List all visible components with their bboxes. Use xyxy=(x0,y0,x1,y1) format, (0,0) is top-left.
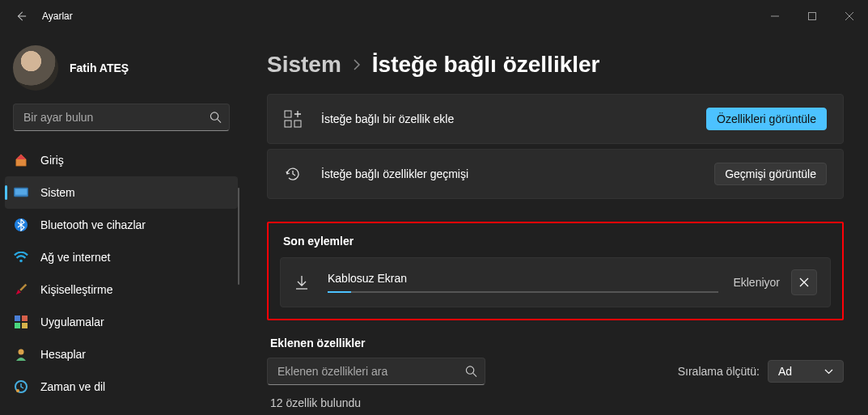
download-icon xyxy=(294,274,311,290)
features-found-label: 12 özellik bulundu xyxy=(267,396,844,409)
progress-bar xyxy=(328,291,718,293)
sidebar-item-label: Sistem xyxy=(40,186,75,199)
add-feature-label: İsteğe bağlı bir özellik ekle xyxy=(321,112,454,125)
accounts-icon xyxy=(13,348,29,361)
sidebar-item-label: Hesaplar xyxy=(40,348,86,361)
recent-actions-title: Son eylemler xyxy=(280,235,831,248)
sidebar-item-network[interactable]: Ağ ve internet xyxy=(5,241,238,273)
bluetooth-icon xyxy=(13,218,29,231)
breadcrumb-leaf: İsteğe bağlı özellikler xyxy=(372,52,600,78)
installed-search-input[interactable] xyxy=(267,358,485,385)
sort-dropdown[interactable]: Ad xyxy=(768,360,844,383)
add-feature-icon xyxy=(284,110,303,128)
svg-rect-3 xyxy=(15,189,27,195)
svg-rect-6 xyxy=(15,315,20,321)
search-icon xyxy=(465,366,477,378)
recent-action-name: Kablosuz Ekran xyxy=(328,272,718,285)
svg-rect-8 xyxy=(15,323,20,328)
svg-point-12 xyxy=(16,389,19,392)
sidebar-item-time[interactable]: Zaman ve dil xyxy=(5,371,238,403)
breadcrumb-root[interactable]: Sistem xyxy=(267,52,341,78)
sidebar-item-label: Zaman ve dil xyxy=(40,380,105,393)
sidebar-item-label: Uygulamalar xyxy=(40,315,104,328)
history-label: İsteğe bağlı özellikler geçmişi xyxy=(321,167,468,180)
sidebar-item-accounts[interactable]: Hesaplar xyxy=(5,338,238,371)
svg-rect-7 xyxy=(22,315,28,321)
chevron-down-icon xyxy=(824,369,833,375)
settings-search-input[interactable] xyxy=(13,104,230,131)
clock-icon xyxy=(13,380,29,393)
sidebar-item-personalization[interactable]: Kişiselleştirme xyxy=(5,273,238,306)
maximize-button[interactable] xyxy=(794,0,831,32)
history-icon xyxy=(284,165,303,183)
sidebar-item-bluetooth[interactable]: Bluetooth ve cihazlar xyxy=(5,209,238,241)
brush-icon xyxy=(13,282,29,297)
sidebar-scrollbar[interactable] xyxy=(238,188,239,285)
avatar xyxy=(13,45,58,91)
svg-point-10 xyxy=(19,349,24,355)
home-icon xyxy=(13,153,29,167)
sidebar-item-label: Giriş xyxy=(40,154,64,167)
sidebar-item-home[interactable]: Giriş xyxy=(5,144,238,176)
svg-rect-13 xyxy=(285,111,291,117)
apps-icon xyxy=(13,315,29,328)
sidebar-item-system[interactable]: Sistem xyxy=(5,176,238,209)
profile-name: Fatih ATEŞ xyxy=(70,61,129,74)
window-title: Ayarlar xyxy=(42,11,73,22)
svg-rect-15 xyxy=(294,121,301,127)
profile[interactable]: Fatih ATEŞ xyxy=(0,39,243,104)
sort-label: Sıralama ölçütü: xyxy=(678,365,760,378)
wifi-icon xyxy=(13,252,29,263)
svg-point-16 xyxy=(466,366,473,374)
sidebar-item-apps[interactable]: Uygulamalar xyxy=(5,306,238,338)
history-card: İsteğe bağlı özellikler geçmişi Geçmişi … xyxy=(267,149,844,199)
minimize-button[interactable] xyxy=(756,0,794,32)
system-icon xyxy=(13,187,29,198)
installed-title: Eklenen özellikler xyxy=(270,337,844,349)
view-history-button[interactable]: Geçmişi görüntüle xyxy=(714,163,827,185)
sidebar-item-label: Bluetooth ve cihazlar xyxy=(40,218,146,231)
progress-fill xyxy=(328,291,351,293)
svg-point-5 xyxy=(19,260,23,263)
svg-rect-9 xyxy=(22,323,28,328)
svg-rect-0 xyxy=(809,13,816,20)
svg-rect-14 xyxy=(285,121,291,127)
sort-value: Ad xyxy=(778,365,792,378)
cancel-button[interactable] xyxy=(791,269,817,295)
recent-action-row: Kablosuz Ekran Ekleniyor xyxy=(280,257,831,307)
add-feature-card: İsteğe bağlı bir özellik ekle Özellikler… xyxy=(267,94,844,144)
view-features-button[interactable]: Özellikleri görüntüle xyxy=(706,108,827,130)
chevron-right-icon xyxy=(353,59,361,70)
recent-actions-highlight: Son eylemler Kablosuz Ekran Ekleniyor xyxy=(267,222,844,320)
close-button[interactable] xyxy=(831,0,868,32)
recent-action-status: Ekleniyor xyxy=(733,276,780,289)
breadcrumb: Sistem İsteğe bağlı özellikler xyxy=(267,52,844,78)
sidebar-item-label: Kişiselleştirme xyxy=(40,283,112,296)
back-button[interactable] xyxy=(10,5,32,28)
sidebar-item-label: Ağ ve internet xyxy=(40,251,110,264)
